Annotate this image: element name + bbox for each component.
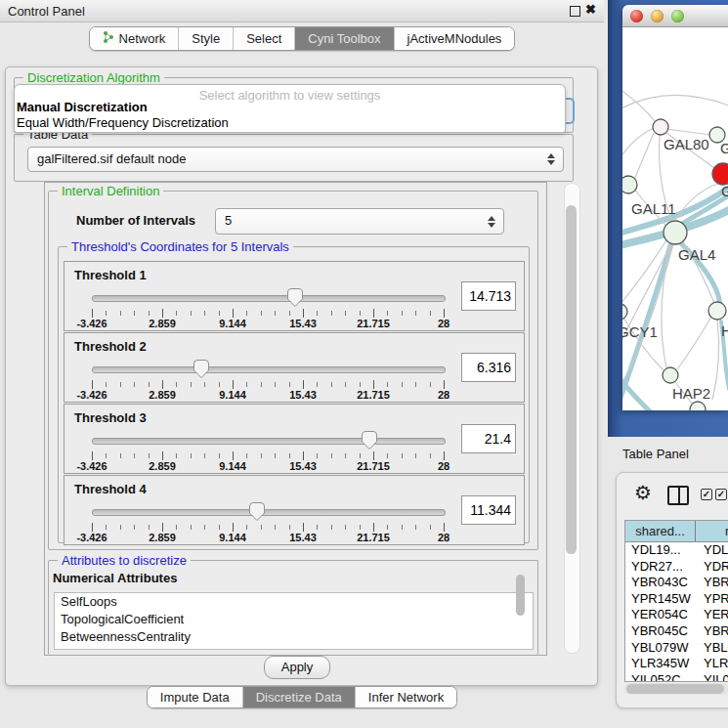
table-row[interactable]: YBL079WYBL0... (625, 640, 728, 657)
node-table[interactable]: shared...na... YDL19...YDL1...YDR27...YD… (624, 520, 728, 682)
slider-thumb[interactable] (193, 360, 209, 382)
thresholds-group: Threshold's Coordinates for 5 Intervals … (58, 246, 530, 543)
column-header[interactable]: shared... (625, 521, 696, 542)
minimize-traffic-light-icon[interactable] (651, 10, 664, 22)
list-item[interactable]: BetweennessCentrality (55, 628, 533, 646)
gear-icon[interactable]: ⚙ (634, 481, 652, 504)
threshold-slider[interactable]: -3.4262.8599.14415.4321.71528 (88, 430, 449, 469)
slider-track (92, 509, 446, 516)
list-item[interactable]: TopologicalCoefficient (55, 611, 533, 628)
tick-label: -3.426 (76, 389, 107, 401)
panel-vertical-scrollbar[interactable] (564, 183, 580, 654)
apply-button[interactable]: Apply (264, 656, 330, 679)
float-window-icon[interactable] (570, 6, 580, 17)
cyni-toolbox-panel: Discretization Algorithm Select algorith… (5, 66, 598, 686)
major-tick (444, 309, 445, 318)
tab-discretize-data[interactable]: Discretize Data (243, 687, 356, 707)
numerical-attributes-list[interactable]: SelfLoopsTopologicalCoefficientBetweenne… (54, 592, 534, 650)
table-row[interactable]: YIL052CYIL0... (625, 672, 728, 682)
threshold-row: Threshold 3-3.4262.8599.14415.4321.71528… (64, 404, 525, 474)
tab-style[interactable]: Style (179, 27, 234, 50)
tab-cyni-toolbox[interactable]: Cyni Toolbox (295, 27, 394, 50)
threshold-value-field[interactable]: 21.4 (461, 424, 516, 453)
column-header[interactable]: na... (696, 521, 728, 542)
interval-definition-label: Interval Definition (58, 184, 163, 198)
threshold-row: Threshold 2-3.4262.8599.14415.4321.71528… (64, 332, 525, 403)
tick-label: 15.43 (289, 389, 317, 401)
tick-label: 9.144 (219, 460, 246, 472)
zoom-traffic-light-icon[interactable] (671, 10, 684, 22)
attributes-list-scrollbar[interactable] (516, 575, 525, 616)
close-icon[interactable]: ✖ (585, 2, 596, 17)
number-of-intervals-combo[interactable]: 5 (215, 208, 504, 235)
table-row[interactable]: YBR043CYBR0... (625, 575, 728, 591)
node-label: H (721, 322, 728, 339)
tab-infer-network[interactable]: Infer Network (356, 687, 456, 707)
scrollbar-thumb[interactable] (626, 684, 724, 694)
table-row[interactable]: YPR145WYPR1... (625, 591, 728, 608)
network-node-gcy1[interactable] (622, 304, 627, 320)
network-canvas[interactable]: GAL80GAGGAL11GAL4GCY1HHAP2 (622, 27, 728, 410)
major-tick (373, 523, 374, 532)
network-node-gal80[interactable] (653, 119, 668, 135)
threshold-slider[interactable]: -3.4262.8599.14415.4321.71528 (88, 359, 449, 398)
checkbox-icon[interactable]: ✓ (701, 489, 712, 500)
control-panel-title: Control Panel (8, 4, 85, 19)
threshold-label: Threshold 2 (74, 339, 147, 354)
network-window-titlebar[interactable] (622, 5, 728, 27)
threshold-slider[interactable]: -3.4262.8599.14415.4321.71528 (88, 287, 449, 326)
tab-network[interactable]: Network (90, 27, 180, 50)
close-traffic-light-icon[interactable] (630, 10, 643, 22)
tab-impute-data[interactable]: Impute Data (148, 687, 243, 707)
network-node-gal4[interactable] (664, 221, 687, 244)
threshold-slider[interactable]: -3.4262.8599.14415.4321.71528 (88, 501, 449, 540)
cell-shared-name: YBR043C (625, 575, 697, 591)
control-panel-window: Control Panel ✖ NetworkStyleSelectCyni T… (0, 0, 604, 728)
table-row[interactable]: YDL19...YDL1... (625, 542, 728, 559)
tick-label: 9.144 (219, 389, 246, 401)
algorithm-option-manual[interactable]: Manual Discretization (17, 100, 148, 114)
tick-label: -3.426 (76, 460, 107, 472)
major-tick (233, 451, 234, 460)
table-data-combo[interactable]: galFiltered.sif default node (27, 147, 564, 172)
network-edge (622, 86, 655, 121)
tick-label: 2.859 (149, 460, 176, 472)
tick-label: 21.715 (357, 389, 390, 401)
cell-name: YPR1... (697, 591, 728, 608)
checkbox-icon[interactable]: ✓ (715, 489, 727, 500)
tab-label: jActiveMNodules (407, 31, 502, 46)
tab-label: Style (192, 31, 220, 46)
slider-ticks (92, 453, 445, 458)
network-node[interactable] (708, 302, 726, 320)
threshold-value-field[interactable]: 14.713 (461, 281, 516, 311)
tab-jactivemnodules[interactable]: jActiveMNodules (395, 27, 515, 50)
table-row[interactable]: YBR045CYBR0... (625, 623, 728, 640)
tab-select[interactable]: Select (234, 27, 295, 50)
algorithm-dropdown-popup: Select algorithm to view settings Manual… (14, 84, 566, 133)
algorithm-option-equal-width[interactable]: Equal Width/Frequency Discretization (17, 115, 229, 130)
network-node-hap2[interactable] (663, 367, 678, 383)
major-tick (92, 451, 93, 460)
interval-definition-group: Interval Definition Number of Intervals … (48, 191, 538, 550)
tab-label: Network (119, 31, 166, 46)
tick-label: 15.43 (289, 532, 317, 543)
number-of-intervals-label: Number of Intervals (76, 213, 195, 228)
tick-label: 9.144 (219, 318, 246, 329)
table-horizontal-scrollbar[interactable] (624, 683, 728, 695)
slider-thumb[interactable] (287, 288, 303, 311)
tick-label: 2.859 (149, 318, 176, 329)
cell-shared-name: YDL19... (625, 542, 697, 559)
threshold-value-field[interactable]: 11.344 (461, 495, 516, 525)
network-node[interactable] (712, 163, 728, 185)
slider-thumb[interactable] (362, 431, 377, 453)
tab-label: Discretize Data (256, 690, 342, 705)
scrollbar-thumb[interactable] (566, 205, 577, 554)
threshold-value-field[interactable]: 6.316 (461, 353, 516, 382)
table-row[interactable]: YDR27...YDR2... (625, 559, 728, 576)
columns-icon[interactable] (667, 486, 689, 505)
list-item[interactable]: SelfLoops (55, 593, 533, 611)
network-node[interactable] (622, 176, 637, 193)
table-row[interactable]: YER054CYER0... (625, 607, 728, 623)
table-row[interactable]: YLR345WYLR3... (625, 656, 728, 672)
slider-thumb[interactable] (249, 502, 265, 525)
